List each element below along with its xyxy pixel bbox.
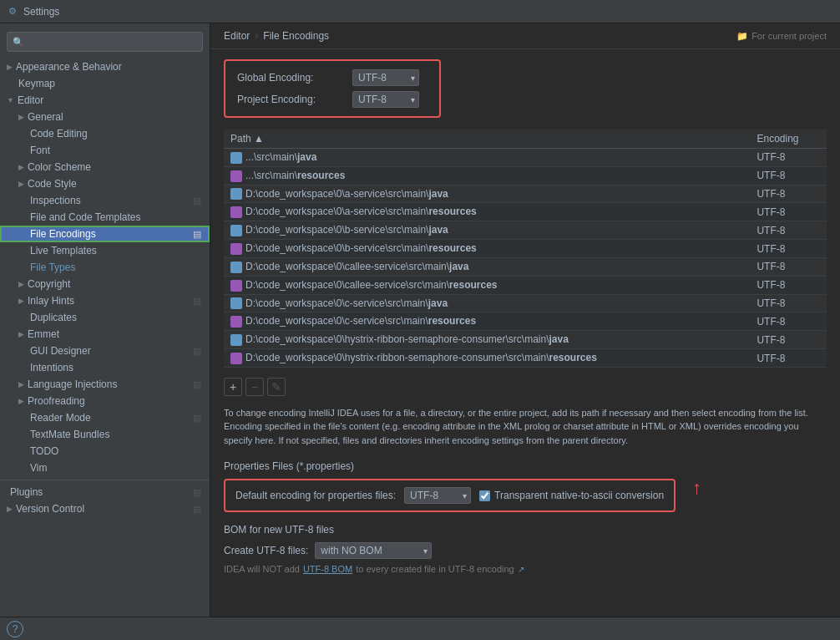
search-icon: 🔍 (13, 37, 24, 48)
table-row[interactable]: D:\code_workspace\0\a-service\src\main\j… (224, 185, 827, 203)
chevron-right-icon: ▶ (18, 397, 24, 405)
table-row[interactable]: D:\code_workspace\0\hystrix-ribbon-semap… (224, 331, 827, 349)
breadcrumb-parent: Editor (224, 30, 250, 42)
sidebar-item-label: Emmet (28, 328, 59, 340)
help-button[interactable]: ? (7, 621, 23, 637)
remove-path-button[interactable]: − (245, 378, 264, 396)
encoding-cell: UTF-8 (750, 185, 827, 203)
sidebar-item-emmet[interactable]: ▶ Emmet (0, 326, 210, 343)
encoding-cell: UTF-8 (750, 294, 827, 312)
folder-icon (230, 316, 242, 328)
table-row[interactable]: D:\code_workspace\0\b-service\src\main\r… (224, 240, 827, 258)
global-encoding-select[interactable]: UTF-8 (352, 69, 419, 86)
sidebar-item-keymap[interactable]: Keymap (0, 75, 210, 92)
search-input[interactable] (28, 36, 197, 48)
table-row[interactable]: D:\code_workspace\0\b-service\src\main\j… (224, 221, 827, 240)
sidebar-item-label: Editor (18, 94, 43, 106)
global-encoding-select-wrap[interactable]: UTF-8 (352, 69, 419, 86)
project-encoding-select[interactable]: UTF-8 (352, 91, 419, 108)
sidebar-item-intentions[interactable]: Intentions (0, 359, 210, 376)
sidebar-item-font[interactable]: Font (0, 142, 210, 159)
sidebar-item-code-style[interactable]: ▶ Code Style (0, 175, 210, 192)
utf8-bom-link[interactable]: UTF-8 BOM (303, 564, 352, 574)
chevron-right-icon: ▶ (18, 380, 24, 389)
properties-box: Default encoding for properties files: U… (224, 479, 676, 512)
sidebar-item-appearance[interactable]: ▶ Appearance & Behavior (0, 58, 210, 75)
sidebar-item-editor[interactable]: ▼ Editor (0, 92, 210, 109)
bottom-bar: ? (0, 617, 840, 640)
sidebar-item-label: Copyright (28, 278, 70, 290)
sidebar-item-language-injections[interactable]: ▶ Language Injections ▤ (0, 376, 210, 393)
folder-icon (230, 188, 242, 200)
sidebar-item-duplicates[interactable]: Duplicates (0, 309, 210, 326)
create-utf8-label: Create UTF-8 files: (224, 545, 308, 556)
sidebar-item-label: Duplicates (30, 312, 77, 323)
sidebar-item-inspections[interactable]: Inspections ▤ (0, 192, 210, 209)
chevron-right-icon: ▶ (18, 180, 24, 188)
sidebar-item-proofreading[interactable]: ▶ Proofreading (0, 393, 210, 409)
table-row[interactable]: D:\code_workspace\0\a-service\src\main\r… (224, 203, 827, 221)
edit-path-button[interactable]: ✎ (267, 378, 286, 396)
table-row[interactable]: ...\src\main\javaUTF-8 (224, 149, 827, 167)
sidebar-item-vim[interactable]: Vim (0, 460, 210, 476)
badge-icon: ▤ (191, 196, 203, 206)
transparent-checkbox[interactable] (479, 490, 490, 501)
bom-select-wrap[interactable]: with NO BOM with BOM (315, 542, 432, 559)
title-bar-text: Settings (23, 6, 59, 18)
sidebar-item-label: Proofreading (28, 395, 85, 407)
red-arrow: ↑ (692, 479, 701, 497)
sidebar-item-file-encodings[interactable]: File Encodings ▤ (0, 226, 210, 242)
idea-note-prefix: IDEA will NOT add (224, 564, 300, 574)
default-encoding-select[interactable]: UTF-8 (404, 487, 471, 504)
sidebar-item-label: Language Injections (28, 378, 117, 390)
sidebar-item-label: Code Editing (30, 128, 88, 140)
sidebar-item-label: Color Scheme (28, 161, 91, 173)
add-path-button[interactable]: + (224, 378, 242, 396)
bom-select[interactable]: with NO BOM with BOM (315, 542, 432, 559)
transparent-label: Transparent native-to-ascii conversion (494, 490, 664, 501)
chevron-right-icon: ▶ (18, 280, 24, 288)
sidebar-item-file-types[interactable]: File Types (0, 259, 210, 276)
path-cell: D:\code_workspace\0\b-service\src\main\r… (224, 240, 750, 258)
encoding-cell: UTF-8 (750, 257, 827, 276)
sidebar-item-code-editing[interactable]: Code Editing (0, 125, 210, 142)
search-box[interactable]: 🔍 (7, 32, 203, 52)
path-column-header[interactable]: Path ▲ (224, 130, 750, 149)
default-encoding-select-wrap[interactable]: UTF-8 (404, 487, 471, 504)
encoding-cell: UTF-8 (750, 312, 827, 331)
table-row[interactable]: ...\src\main\resourcesUTF-8 (224, 166, 827, 185)
sidebar-item-file-code-templates[interactable]: File and Code Templates (0, 209, 210, 226)
sidebar-item-label: TODO (30, 445, 58, 457)
sidebar-item-inlay-hints[interactable]: ▶ Inlay Hints ▤ (0, 292, 210, 309)
table-row[interactable]: D:\code_workspace\0\c-service\src\main\r… (224, 312, 827, 331)
folder-icon (230, 225, 242, 236)
table-row[interactable]: D:\code_workspace\0\hystrix-ribbon-semap… (224, 349, 827, 368)
sidebar-item-general[interactable]: ▶ General (0, 109, 210, 125)
sidebar-item-color-scheme[interactable]: ▶ Color Scheme (0, 159, 210, 175)
sidebar-item-label: Live Templates (30, 245, 97, 257)
path-table: Path ▲ Encoding ...\src\main\javaUTF-8..… (224, 130, 827, 368)
sidebar-item-gui-designer[interactable]: GUI Designer ▤ (0, 343, 210, 359)
chevron-right-icon: ▶ (7, 63, 13, 71)
sidebar-item-plugins[interactable]: Plugins ▤ (0, 484, 210, 500)
path-cell: D:\code_workspace\0\hystrix-ribbon-semap… (224, 349, 750, 368)
table-row[interactable]: D:\code_workspace\0\c-service\src\main\j… (224, 294, 827, 312)
sidebar-item-version-control[interactable]: ▶ Version Control ▤ (0, 500, 210, 517)
sidebar-item-reader-mode[interactable]: Reader Mode ▤ (0, 409, 210, 426)
path-cell: D:\code_workspace\0\b-service\src\main\j… (224, 221, 750, 240)
project-encoding-select-wrap[interactable]: UTF-8 (352, 91, 419, 108)
badge-icon: ▤ (191, 229, 203, 240)
sidebar-item-label: Plugins (10, 486, 43, 498)
sidebar-item-copyright[interactable]: ▶ Copyright (0, 276, 210, 292)
folder-icon (230, 243, 242, 255)
sidebar-item-label: Reader Mode (30, 412, 91, 424)
for-current-project[interactable]: 📁 For current project (736, 31, 827, 42)
sidebar-item-textmate-bundles[interactable]: TextMate Bundles (0, 426, 210, 443)
sidebar-item-label: TextMate Bundles (30, 429, 109, 440)
sidebar-item-live-templates[interactable]: Live Templates (0, 242, 210, 259)
sidebar-item-todo[interactable]: TODO (0, 443, 210, 460)
default-encoding-label: Default encoding for properties files: (235, 490, 396, 501)
sidebar-item-label: Inlay Hints (28, 295, 74, 307)
table-row[interactable]: D:\code_workspace\0\callee-service\src\m… (224, 257, 827, 276)
table-row[interactable]: D:\code_workspace\0\callee-service\src\m… (224, 276, 827, 294)
